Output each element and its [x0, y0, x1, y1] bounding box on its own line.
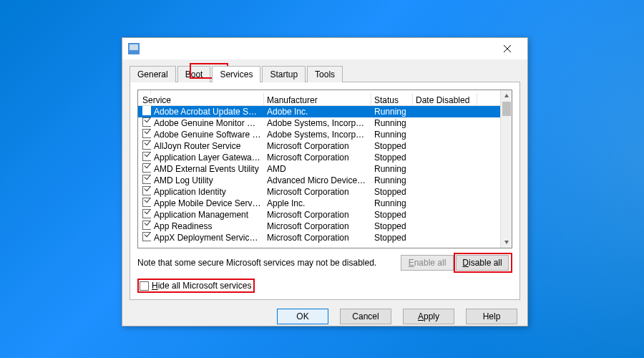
col-status[interactable]: Status	[371, 93, 413, 107]
col-service[interactable]: Service	[138, 93, 264, 107]
cell-status: Running	[371, 129, 413, 140]
cell-service: Application Management	[151, 209, 264, 221]
table-row[interactable]: AllJoyn Router ServiceMicrosoft Corporat…	[138, 140, 512, 152]
hide-microsoft-checkbox[interactable]	[140, 281, 149, 291]
row-checkbox[interactable]	[142, 198, 151, 207]
row-checkbox[interactable]	[142, 221, 151, 230]
close-icon	[504, 45, 511, 52]
row-checkbox[interactable]	[142, 175, 151, 184]
cell-manufacturer: Adobe Systems, Incorpora...	[264, 117, 371, 129]
cancel-button[interactable]: Cancel	[340, 309, 391, 324]
cell-manufacturer: Microsoft Corporation	[264, 140, 371, 152]
cell-manufacturer: Adobe Systems, Incorpora...	[264, 129, 371, 140]
cell-manufacturer: AMD	[264, 163, 371, 175]
row-checkbox[interactable]	[142, 129, 151, 138]
chevron-down-icon	[504, 239, 509, 245]
tab-general[interactable]: General	[130, 66, 176, 82]
row-checkbox[interactable]	[142, 186, 151, 195]
table-row[interactable]: AMD Log UtilityAdvanced Micro Devices, I…	[138, 175, 512, 186]
cell-status: Running	[371, 106, 413, 117]
cell-service: Application Layer Gateway Service	[151, 152, 264, 163]
services-list[interactable]: Service Manufacturer Status Date Disable…	[137, 90, 512, 248]
cell-service: AllJoyn Router Service	[151, 140, 264, 152]
table-row[interactable]: Adobe Acrobat Update ServiceAdobe Inc.Ru…	[138, 106, 512, 117]
help-button[interactable]: Help	[466, 309, 517, 324]
table-row[interactable]: Apple Mobile Device ServiceApple Inc.Run…	[138, 198, 512, 209]
cell-service: AppX Deployment Service (AppX...	[151, 232, 264, 243]
cell-manufacturer: Advanced Micro Devices, I...	[264, 175, 371, 186]
list-header: Service Manufacturer Status Date Disable…	[138, 90, 512, 106]
cell-status: Stopped	[371, 232, 413, 243]
tabbar: General Boot Services Startup Tools	[122, 59, 527, 82]
table-row[interactable]: AppX Deployment Service (AppX...Microsof…	[138, 232, 512, 243]
cell-service: Adobe Genuine Monitor Service	[151, 117, 264, 129]
tab-tools[interactable]: Tools	[307, 66, 343, 82]
cell-manufacturer: Microsoft Corporation	[264, 221, 371, 232]
msconfig-window: General Boot Services Startup Tools Serv…	[122, 37, 528, 326]
highlight-hide-microsoft: Hide all Microsoft services	[137, 279, 255, 293]
cell-service: AMD External Events Utility	[151, 163, 264, 175]
tab-startup[interactable]: Startup	[262, 66, 306, 82]
cell-status: Stopped	[371, 152, 413, 163]
cell-service: Adobe Genuine Software Integri...	[151, 129, 264, 140]
cell-service: AMD Log Utility	[151, 175, 264, 186]
scroll-thumb[interactable]	[502, 102, 511, 116]
scrollbar[interactable]	[500, 90, 512, 248]
cell-manufacturer: Microsoft Corporation	[264, 232, 371, 243]
cell-status: Stopped	[371, 186, 413, 198]
cell-status: Running	[371, 198, 413, 209]
cell-service: Adobe Acrobat Update Service	[151, 106, 264, 117]
col-manufacturer[interactable]: Manufacturer	[264, 93, 371, 107]
highlight-disable-all: Disable all	[454, 253, 512, 273]
titlebar[interactable]	[122, 38, 527, 59]
chevron-up-icon	[504, 93, 509, 99]
dialog-buttons: OK Cancel Apply Help	[122, 300, 527, 324]
cell-manufacturer: Microsoft Corporation	[264, 152, 371, 163]
cell-status: Running	[371, 163, 413, 175]
close-button[interactable]	[493, 41, 522, 57]
cell-service: App Readiness	[151, 221, 264, 232]
app-icon	[128, 43, 140, 54]
table-row[interactable]: Application IdentityMicrosoft Corporatio…	[138, 186, 512, 198]
cell-status: Stopped	[371, 209, 413, 221]
row-checkbox[interactable]	[142, 209, 151, 218]
cell-service: Apple Mobile Device Service	[151, 198, 264, 209]
cell-status: Running	[371, 117, 413, 129]
scroll-down-button[interactable]	[501, 236, 512, 248]
table-row[interactable]: App ReadinessMicrosoft CorporationStoppe…	[138, 221, 512, 232]
svg-marker-3	[504, 241, 509, 244]
row-checkbox[interactable]	[142, 163, 151, 173]
disable-all-button[interactable]: Disable all	[456, 255, 509, 271]
row-checkbox[interactable]	[142, 232, 151, 241]
table-row[interactable]: Adobe Genuine Software Integri...Adobe S…	[138, 129, 512, 140]
hide-microsoft-label: Hide all Microsoft services	[152, 281, 251, 291]
cell-service: Application Identity	[151, 186, 264, 198]
table-row[interactable]: AMD External Events UtilityAMDRunning	[138, 163, 512, 175]
tab-services[interactable]: Services	[212, 66, 260, 82]
row-checkbox[interactable]	[142, 106, 151, 115]
services-panel: Service Manufacturer Status Date Disable…	[130, 82, 520, 300]
cell-manufacturer: Adobe Inc.	[264, 106, 371, 117]
cell-manufacturer: Apple Inc.	[264, 198, 371, 209]
scroll-up-button[interactable]	[501, 90, 512, 102]
table-row[interactable]: Application ManagementMicrosoft Corporat…	[138, 209, 512, 221]
cell-status: Stopped	[371, 140, 413, 152]
row-checkbox[interactable]	[142, 152, 151, 161]
table-row[interactable]: Application Layer Gateway ServiceMicroso…	[138, 152, 512, 163]
row-checkbox[interactable]	[142, 140, 151, 150]
ok-button[interactable]: OK	[277, 309, 328, 324]
apply-button[interactable]: Apply	[403, 309, 454, 324]
svg-marker-2	[504, 94, 509, 97]
cell-status: Stopped	[371, 221, 413, 232]
tab-boot[interactable]: Boot	[177, 66, 211, 82]
note-text: Note that some secure Microsoft services…	[137, 258, 395, 268]
cell-manufacturer: Microsoft Corporation	[264, 186, 371, 198]
cell-status: Running	[371, 175, 413, 186]
cell-manufacturer: Microsoft Corporation	[264, 209, 371, 221]
table-row[interactable]: Adobe Genuine Monitor ServiceAdobe Syste…	[138, 117, 512, 129]
row-checkbox[interactable]	[142, 117, 151, 127]
col-date-disabled[interactable]: Date Disabled	[413, 93, 477, 107]
enable-all-button: Enable all	[401, 255, 454, 271]
